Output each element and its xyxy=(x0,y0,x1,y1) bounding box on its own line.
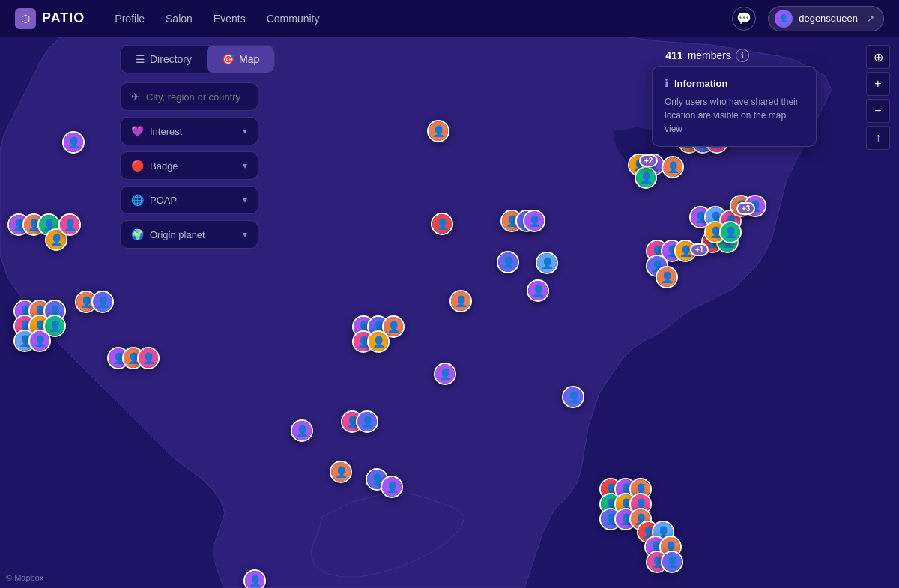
reset-north-button[interactable]: ↑ xyxy=(866,126,890,150)
poap-label: POAP xyxy=(150,195,237,206)
navbar: ⬡ PATIO Profile Salon Events Community 💬… xyxy=(0,0,899,37)
avatar-pin[interactable]: 👤 xyxy=(719,221,742,243)
members-badge: 411 members ℹ xyxy=(665,49,749,62)
avatar-pin[interactable]: 👤 xyxy=(381,476,403,498)
user-menu[interactable]: 👤 degensqueen ↗ xyxy=(768,6,884,31)
map-tab[interactable]: 🎯 Map xyxy=(207,46,274,73)
chat-icon[interactable]: 💬 xyxy=(732,7,756,31)
username: degensqueen xyxy=(799,13,858,24)
avatar-pin[interactable]: 👤 xyxy=(58,213,81,236)
zoom-in-button[interactable]: + xyxy=(866,72,890,96)
avatar-pin[interactable]: 👤 xyxy=(330,461,352,483)
count-badge[interactable]: +1 xyxy=(690,243,709,256)
nav-events[interactable]: Events xyxy=(214,13,246,25)
map-controls: ⊕ + − ↑ xyxy=(866,45,890,151)
avatar-pin[interactable]: 👤 xyxy=(523,210,545,232)
avatar-pin[interactable]: 👤 xyxy=(427,120,450,142)
avatar-pin[interactable]: 👤 xyxy=(450,290,472,312)
poap-chevron: ▾ xyxy=(243,195,247,205)
logo-icon: ⬡ xyxy=(15,8,36,29)
tooltip-title: Information xyxy=(674,78,728,89)
avatar-pin[interactable]: 👤 xyxy=(291,419,313,442)
zoom-out-button[interactable]: − xyxy=(866,99,890,123)
avatar-pin[interactable]: 👤 xyxy=(662,156,684,178)
avatar-pin[interactable]: 👤 xyxy=(431,213,453,235)
avatar-pin[interactable]: 👤 xyxy=(243,569,266,588)
directory-tab-label: Directory xyxy=(150,53,192,65)
interest-label: Interest xyxy=(150,126,237,137)
list-icon: ☰ xyxy=(136,53,145,65)
avatar-pin[interactable]: 👤 xyxy=(527,279,549,302)
nav-profile[interactable]: Profile xyxy=(115,13,145,25)
search-icon: ✈ xyxy=(131,91,140,103)
avatar-pin[interactable]: 👤 xyxy=(656,266,678,288)
search-box[interactable]: ✈ xyxy=(120,82,258,111)
origin-planet-icon: 🌍 xyxy=(131,228,144,240)
count-badge[interactable]: +2 xyxy=(639,154,658,167)
logout-icon[interactable]: ↗ xyxy=(867,13,874,24)
sidebar: ☰ Directory 🎯 Map ✈ 💜 Interest ▾ 🔴 Badge… xyxy=(120,45,275,255)
nav-links: Profile Salon Events Community xyxy=(115,13,732,25)
origin-planet-chevron: ▾ xyxy=(243,229,247,240)
badge-icon: 🔴 xyxy=(131,160,144,172)
poap-filter[interactable]: 🌐 POAP ▾ xyxy=(120,186,258,214)
directory-tab[interactable]: ☰ Directory xyxy=(121,46,207,73)
map-icon: 🎯 xyxy=(222,53,234,65)
interest-chevron: ▾ xyxy=(243,126,247,136)
user-avatar: 👤 xyxy=(775,10,793,28)
badge-label: Badge xyxy=(150,160,237,172)
nav-community[interactable]: Community xyxy=(267,13,320,25)
view-toggle: ☰ Directory 🎯 Map xyxy=(120,45,275,73)
avatar-pin[interactable]: 👤 xyxy=(434,363,456,385)
nav-logo[interactable]: ⬡ PATIO xyxy=(15,8,85,29)
interest-icon: 💜 xyxy=(131,125,144,137)
mapbox-attribution: © Mapbox xyxy=(6,573,43,582)
avatar-pin[interactable]: 👤 xyxy=(367,330,390,353)
avatar-pin[interactable]: 👤 xyxy=(62,131,85,154)
members-count: 411 xyxy=(665,49,682,61)
search-input[interactable] xyxy=(146,91,247,103)
members-label: members xyxy=(688,49,731,61)
avatar-pin[interactable]: 👤 xyxy=(536,252,558,274)
info-tooltip: ℹ Information Only users who have shared… xyxy=(652,66,817,147)
count-badge[interactable]: +3 xyxy=(736,202,755,215)
avatar-pin[interactable]: 👤 xyxy=(497,251,519,273)
badge-chevron: ▾ xyxy=(243,160,247,171)
members-info-icon[interactable]: ℹ xyxy=(736,49,749,62)
logo-text: PATIO xyxy=(42,10,85,26)
avatar-pin[interactable]: 👤 xyxy=(661,551,683,573)
origin-planet-label: Origin planet xyxy=(150,229,237,240)
avatar-pin[interactable]: 👤 xyxy=(137,347,160,369)
nav-salon[interactable]: Salon xyxy=(166,13,193,25)
avatar-pin[interactable]: 👤 xyxy=(356,410,378,433)
nav-right: 💬 👤 degensqueen ↗ xyxy=(732,6,884,31)
origin-planet-filter[interactable]: 🌍 Origin planet ▾ xyxy=(120,220,258,249)
tooltip-header: ℹ Information xyxy=(665,77,804,89)
map-tab-label: Map xyxy=(239,53,259,65)
tooltip-text: Only users who have shared their locatio… xyxy=(665,95,804,136)
locate-button[interactable]: ⊕ xyxy=(866,45,890,69)
avatar-pin[interactable]: 👤 xyxy=(562,386,584,408)
avatar-pin[interactable]: 👤 xyxy=(28,330,51,352)
avatar-pin[interactable]: 👤 xyxy=(91,291,114,313)
badge-filter[interactable]: 🔴 Badge ▾ xyxy=(120,151,258,180)
poap-icon: 🌐 xyxy=(131,194,144,206)
avatar-pin[interactable]: 👤 xyxy=(635,166,657,189)
tooltip-info-icon: ℹ xyxy=(665,77,668,89)
interest-filter[interactable]: 💜 Interest ▾ xyxy=(120,117,258,145)
